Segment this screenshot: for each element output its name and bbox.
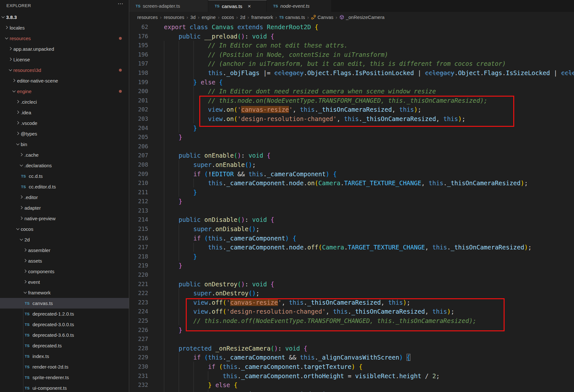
tree-item-engine[interactable]: engine xyxy=(0,86,129,97)
line-number: 207 xyxy=(129,151,148,160)
code-line-215[interactable]: 215 super.onDisable(); xyxy=(129,224,574,234)
code-line-208[interactable]: 208 super.onEnable(); xyxy=(129,160,574,170)
tree-item-3.8.3[interactable]: 3.8.3 xyxy=(0,12,129,22)
tree-item-.vscode[interactable]: .vscode xyxy=(0,118,129,128)
code-line-211[interactable]: 211 } xyxy=(129,188,574,197)
tree-item-2d[interactable]: 2d xyxy=(0,234,129,245)
tree-item-app.asar.unpacked[interactable]: app.asar.unpacked xyxy=(0,44,129,54)
tree-item-sprite-renderer.ts[interactable]: TSsprite-renderer.ts xyxy=(0,372,129,383)
chevron-right-icon xyxy=(8,46,13,52)
tree-item-canvas.ts[interactable]: TScanvas.ts xyxy=(0,298,129,309)
code-line-230[interactable]: 230 if (this._cameraComponent.targetText… xyxy=(129,362,574,371)
code-line-195[interactable]: 195 // In Editor can not edit these attr… xyxy=(129,41,574,50)
code-line-217[interactable]: 217 this._cameraComponent.node.off(Camer… xyxy=(129,243,574,252)
code-line-62[interactable]: 62export class Canvas extends RenderRoot… xyxy=(129,22,574,32)
code-line-196[interactable]: 196 // (Position in Node, contentSize in… xyxy=(129,50,574,59)
tree-item-assembler[interactable]: assembler xyxy=(0,245,129,256)
code-line-207[interactable]: 207 public onEnable(): void { xyxy=(129,151,574,160)
code-line-210[interactable]: 210 this._cameraComponent.node.on(Camera… xyxy=(129,179,574,188)
tree-item-ui-component.ts[interactable]: TSui-component.ts xyxy=(0,383,129,392)
code-line-231[interactable]: 231 this._cameraComponent.orthoHeight = … xyxy=(129,371,574,381)
typescript-file-icon: TS xyxy=(25,376,32,379)
code-line-228[interactable]: 228 protected _onResizeCamera(): void { xyxy=(129,344,574,353)
tree-item-components[interactable]: components xyxy=(0,266,129,277)
tree-item-.cache[interactable]: .cache xyxy=(0,150,129,160)
tree-item-index.ts[interactable]: TSindex.ts xyxy=(0,351,129,362)
code-line-227[interactable]: 227 xyxy=(129,335,574,344)
tree-item-deprecated-3.6.0.ts[interactable]: TSdeprecated-3.6.0.ts xyxy=(0,330,129,340)
code-line-197[interactable]: 197 // (anchor in uiTransform, but it ca… xyxy=(129,59,574,68)
line-number: 216 xyxy=(129,234,148,243)
code-line-218[interactable]: 218 } xyxy=(129,252,574,261)
code-line-198[interactable]: 198 this._objFlags |= cclegacy.Object.Fl… xyxy=(129,68,574,78)
line-content: protected _onResizeCamera(): void { xyxy=(164,344,307,353)
tree-item-.idea[interactable]: .idea xyxy=(0,107,129,118)
tree-item-deprecated.ts[interactable]: TSdeprecated.ts xyxy=(0,340,129,351)
code-line-212[interactable]: 212 } xyxy=(129,197,574,206)
chevron-down-icon xyxy=(15,226,21,232)
tree-item-bin[interactable]: bin xyxy=(0,139,129,150)
code-line-214[interactable]: 214 public onDisable(): void { xyxy=(129,215,574,224)
tree-item-cc.editor.d.ts[interactable]: TScc.editor.d.ts xyxy=(0,181,129,192)
code-line-233[interactable]: 233 const size = screen.windowSize; xyxy=(129,390,574,392)
tree-item-cocos[interactable]: cocos xyxy=(0,224,129,234)
code-line-209[interactable]: 209 if (!EDITOR && this._cameraComponent… xyxy=(129,170,574,179)
tree-item-resources\3d[interactable]: resources\3d xyxy=(0,65,129,75)
tree-item-render-root-2d.ts[interactable]: TSrender-root-2d.ts xyxy=(0,362,129,372)
tree-item-locales[interactable]: locales xyxy=(0,22,129,33)
line-number: 230 xyxy=(129,362,148,371)
line-number: 197 xyxy=(129,59,148,68)
code-line-216[interactable]: 216 if (this._cameraComponent) { xyxy=(129,234,574,243)
tree-item-label: canvas.ts xyxy=(32,301,53,306)
tree-item-label: .idea xyxy=(21,110,31,115)
tree-item-label: bin xyxy=(21,142,27,147)
tree-item-.editor[interactable]: .editor xyxy=(0,192,129,203)
tree-item-label: 3.8.3 xyxy=(6,14,17,20)
line-number: 232 xyxy=(129,380,148,390)
code-line-232[interactable]: 232 } else { xyxy=(129,380,574,390)
line-number: 198 xyxy=(129,68,148,78)
tree-item-event[interactable]: event xyxy=(0,277,129,287)
tree-item-deprecated-1.2.0.ts[interactable]: TSdeprecated-1.2.0.ts xyxy=(0,309,129,319)
code-editor[interactable]: 62export class Canvas extends RenderRoot… xyxy=(129,0,574,392)
code-line-213[interactable]: 213 xyxy=(129,206,574,215)
explorer-header: EXPLORER ⋯ xyxy=(0,0,129,11)
tree-item-editor-native-scene[interactable]: editor-native-scene xyxy=(0,75,129,86)
code-line-219[interactable]: 219 } xyxy=(129,261,574,270)
tree-item-License[interactable]: License xyxy=(0,54,129,65)
tree-item-deprecated-3.0.0.ts[interactable]: TSdeprecated-3.0.0.ts xyxy=(0,319,129,330)
typescript-file-icon: TS xyxy=(25,312,32,316)
code-line-221[interactable]: 221 public onDestroy(): void { xyxy=(129,280,574,289)
chevron-right-icon xyxy=(19,152,24,158)
line-number: 208 xyxy=(129,160,148,170)
sidebar-resize-sash[interactable] xyxy=(129,0,129,392)
more-actions-icon[interactable]: ⋯ xyxy=(118,0,123,8)
code-line-200[interactable]: 200 // In Editor dont need resized camer… xyxy=(129,87,574,96)
tree-item-.circleci[interactable]: .circleci xyxy=(0,97,129,107)
line-content: if (this._cameraComponent) { xyxy=(164,234,296,243)
tree-item-label: assets xyxy=(28,258,42,264)
tree-item-cc.d.ts[interactable]: TScc.d.ts xyxy=(0,171,129,181)
line-number: 225 xyxy=(129,316,148,326)
modified-badge-icon xyxy=(119,69,122,72)
code-line-199[interactable]: 199 } else { xyxy=(129,78,574,87)
code-line-229[interactable]: 229 if (this._cameraComponent && this._a… xyxy=(129,353,574,362)
code-line-206[interactable]: 206 xyxy=(129,142,574,151)
chevron-right-icon xyxy=(15,131,21,136)
tree-item-adapter[interactable]: adapter xyxy=(0,203,129,213)
tree-item-@types[interactable]: @types xyxy=(0,128,129,139)
tree-item-.declarations[interactable]: .declarations xyxy=(0,160,129,171)
annotation-box xyxy=(199,96,514,127)
tree-item-native-preview[interactable]: native-preview xyxy=(0,213,129,224)
tree-item-framework[interactable]: framework xyxy=(0,287,129,298)
tree-item-resources[interactable]: resources xyxy=(0,33,129,44)
code-line-222[interactable]: 222 super.onDestroy(); xyxy=(129,289,574,298)
line-number: 202 xyxy=(129,105,148,114)
chevron-right-icon xyxy=(19,195,24,200)
code-line-220[interactable]: 220 xyxy=(129,270,574,280)
indent-guide xyxy=(208,389,208,392)
code-line-176[interactable]: 176 public __preload(): void { xyxy=(129,32,574,41)
line-content: super.onDestroy(); xyxy=(164,289,259,298)
tree-item-assets[interactable]: assets xyxy=(0,256,129,266)
code-line-205[interactable]: 205 } xyxy=(129,133,574,142)
